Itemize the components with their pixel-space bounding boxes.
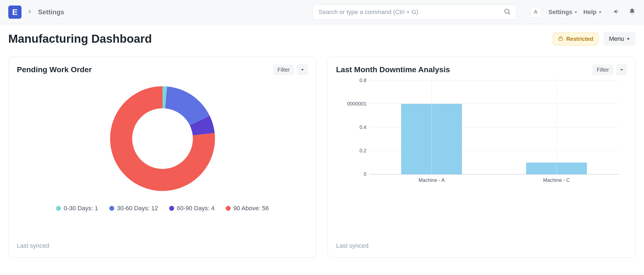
legend-label: 0-30 Days: 1	[64, 205, 98, 212]
filter-button[interactable]: Filter	[273, 64, 294, 75]
settings-menu[interactable]: Settings	[549, 9, 578, 16]
donut-chart: 0-30 Days: 130-60 Days: 1260-90 Days: 49…	[17, 78, 308, 212]
settings-label: Settings	[549, 9, 573, 16]
user-avatar[interactable]: A	[530, 7, 541, 18]
last-synced-label: Last synced	[17, 242, 308, 249]
bar-column: Machine - A	[369, 81, 494, 174]
global-search[interactable]	[312, 5, 517, 20]
legend-label: 60-90 Days: 4	[177, 205, 215, 212]
legend-swatch	[109, 206, 114, 211]
legend-item[interactable]: 90 Above: 56	[226, 205, 269, 212]
dashboard-grid: Pending Work Order Filter 0-30 Days: 130…	[0, 57, 644, 269]
y-axis-tick: 0.2	[336, 148, 366, 154]
app-logo[interactable]: E	[8, 6, 22, 19]
svg-point-0	[505, 9, 509, 13]
svg-marker-7	[620, 69, 623, 71]
restricted-badge[interactable]: Restricted	[553, 33, 598, 45]
y-axis-tick: 0000001	[336, 101, 366, 107]
legend-item[interactable]: 60-90 Days: 4	[169, 205, 215, 212]
help-label: Help	[583, 9, 597, 16]
legend-label: 30-60 Days: 12	[117, 205, 158, 212]
legend-label: 90 Above: 56	[233, 205, 269, 212]
menu-button[interactable]: Menu	[603, 32, 636, 46]
restricted-label: Restricted	[566, 36, 593, 42]
search-icon[interactable]	[504, 8, 511, 16]
card-menu-button[interactable]	[297, 64, 308, 75]
announcement-icon[interactable]	[613, 8, 621, 17]
svg-marker-5	[627, 38, 629, 40]
svg-marker-6	[301, 69, 304, 71]
menu-label: Menu	[609, 35, 624, 42]
breadcrumb[interactable]: Settings	[38, 8, 64, 16]
bar-chart: 00.20.400000010.8Machine - AMachine - C	[336, 81, 627, 191]
y-axis-tick: 0.4	[336, 125, 366, 130]
filter-button[interactable]: Filter	[592, 64, 613, 75]
chevron-right-icon	[27, 9, 33, 15]
legend-item[interactable]: 30-60 Days: 12	[109, 205, 158, 212]
svg-marker-3	[599, 11, 601, 13]
x-axis-label: Machine - C	[543, 177, 570, 183]
legend-item[interactable]: 0-30 Days: 1	[56, 205, 98, 212]
card-downtime-analysis: Last Month Downtime Analysis Filter 00.2…	[328, 57, 636, 258]
svg-marker-2	[575, 11, 577, 13]
card-pending-work-order: Pending Work Order Filter 0-30 Days: 130…	[8, 57, 316, 258]
y-axis-tick: 0	[336, 171, 366, 177]
y-axis-tick: 0.8	[336, 78, 366, 83]
chart-legend: 0-30 Days: 130-60 Days: 1260-90 Days: 49…	[56, 205, 269, 212]
legend-swatch	[226, 206, 231, 211]
page-header: Manufacturing Dashboard Restricted Menu	[0, 24, 644, 57]
search-input[interactable]	[318, 8, 504, 16]
card-title: Last Month Downtime Analysis	[336, 65, 450, 74]
x-axis-label: Machine - A	[419, 177, 445, 183]
last-synced-label: Last synced	[336, 242, 627, 249]
legend-swatch	[169, 206, 174, 211]
svg-line-1	[509, 13, 510, 14]
help-menu[interactable]: Help	[583, 9, 602, 16]
caret-down-icon	[626, 35, 630, 42]
legend-swatch	[56, 206, 61, 211]
lock-icon	[558, 36, 563, 42]
page-title: Manufacturing Dashboard	[8, 32, 152, 45]
caret-down-icon	[574, 9, 578, 16]
card-menu-button[interactable]	[616, 64, 627, 75]
svg-rect-4	[559, 38, 562, 40]
card-title: Pending Work Order	[17, 65, 92, 74]
bell-icon[interactable]	[629, 8, 636, 16]
bar-column: Machine - C	[494, 81, 619, 174]
caret-down-icon	[598, 9, 602, 16]
top-navbar: E Settings A Settings Help	[0, 0, 644, 24]
